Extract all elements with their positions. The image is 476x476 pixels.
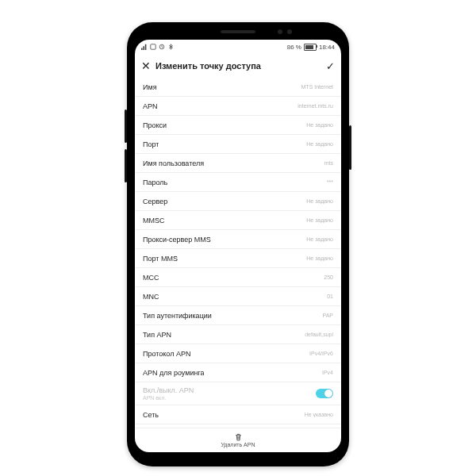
signal-icon — [141, 44, 148, 50]
setting-label: Сеть — [143, 411, 159, 419]
setting-label: Порт MMS — [143, 255, 178, 263]
phone-sensor — [287, 29, 292, 34]
status-bar: 86 % 18:44 — [135, 40, 341, 54]
setting-value: default,supl — [305, 332, 333, 337]
apn-enable-row[interactable]: Вкл./выкл. APNAPN вкл. — [135, 382, 341, 405]
setting-row[interactable]: Пароль*** — [135, 173, 341, 192]
phone-speaker — [221, 30, 255, 33]
setting-row[interactable]: MNC01 — [135, 287, 341, 306]
battery-icon — [304, 44, 317, 51]
setting-row[interactable]: Протокол APNIPv4/IPv6 — [135, 344, 341, 363]
setting-label: Порт — [143, 140, 159, 148]
setting-row[interactable]: APN для роумингаIPv4 — [135, 363, 341, 382]
setting-label: Сервер — [143, 198, 167, 205]
setting-row[interactable]: СерверНе задано — [135, 192, 341, 211]
setting-value: 01 — [327, 294, 333, 299]
setting-label: Прокси-сервер MMS — [143, 236, 211, 244]
header: ✕ Изменить точку доступа ✓ — [135, 54, 341, 78]
trash-icon — [234, 433, 243, 442]
clock: 18:44 — [319, 44, 335, 51]
setting-row[interactable]: MCC250 — [135, 268, 341, 287]
setting-row[interactable]: ИмяMTS Internet — [135, 78, 341, 97]
setting-value: Не задано — [306, 255, 333, 261]
setting-label: Тип APN — [143, 331, 171, 339]
confirm-icon[interactable]: ✓ — [326, 60, 335, 72]
close-icon[interactable]: ✕ — [141, 60, 151, 72]
nfc-icon — [150, 44, 156, 50]
page-title: Изменить точку доступа — [155, 61, 326, 71]
status-icons-left — [141, 44, 174, 50]
setting-row[interactable]: Прокси-сервер MMSНе задано — [135, 230, 341, 249]
setting-value: Не задано — [306, 141, 333, 147]
setting-value: Не задано — [306, 198, 333, 204]
setting-label: Тип аутентификации — [143, 312, 212, 320]
phone-frame: 86 % 18:44 ✕ Изменить точку доступа ✓ Им… — [127, 22, 349, 466]
setting-label: MMSC — [143, 217, 165, 225]
setting-row[interactable]: СетьНе указано — [135, 405, 341, 424]
setting-label: Имя — [143, 83, 157, 91]
setting-value: IPv4 — [322, 370, 333, 375]
power-button — [349, 125, 351, 170]
setting-label: Протокол APN — [143, 350, 190, 358]
setting-label: MNC — [143, 293, 159, 301]
setting-value: mts — [324, 160, 333, 166]
setting-value: Не задано — [306, 217, 333, 223]
svg-rect-0 — [151, 44, 155, 49]
setting-label: APN для роуминга — [143, 369, 204, 377]
setting-row[interactable]: MMSCНе задано — [135, 211, 341, 230]
setting-row[interactable]: APNinternet.mts.ru — [135, 97, 341, 116]
footer-label: Удалить APN — [221, 442, 255, 447]
setting-row[interactable]: Порт MMSНе задано — [135, 249, 341, 268]
setting-value: MTS Internet — [301, 84, 333, 90]
setting-label: Имя пользователя — [143, 159, 204, 167]
setting-value: Не задано — [306, 122, 333, 128]
setting-value: Не указано — [305, 412, 333, 417]
volume-down-button — [125, 149, 127, 182]
setting-value: PAP — [323, 313, 334, 318]
setting-value: IPv4/IPv6 — [309, 351, 333, 356]
battery-percent: 86 % — [287, 44, 301, 51]
setting-value: *** — [327, 179, 333, 185]
setting-row[interactable]: Тип аутентификацииPAP — [135, 306, 341, 325]
status-icons-right: 86 % 18:44 — [287, 44, 335, 51]
setting-row[interactable]: ПортНе задано — [135, 135, 341, 154]
setting-label: Пароль — [143, 178, 167, 186]
volume-up-button — [125, 109, 127, 143]
setting-label: Вкл./выкл. APN — [143, 386, 194, 394]
screen: 86 % 18:44 ✕ Изменить точку доступа ✓ Им… — [135, 40, 341, 452]
setting-value: internet.mts.ru — [298, 103, 333, 109]
setting-value: Не задано — [306, 236, 333, 242]
alarm-icon — [159, 44, 165, 50]
setting-row[interactable]: ПроксиНе задано — [135, 116, 341, 135]
bluetooth-icon — [167, 44, 174, 50]
setting-row[interactable]: Имя пользователяmts — [135, 154, 341, 173]
phone-sensor — [278, 29, 282, 34]
setting-sublabel: APN вкл. — [143, 395, 166, 401]
settings-list: ИмяMTS InternetAPNinternet.mts.ruПроксиН… — [135, 78, 341, 428]
setting-row[interactable]: Тип APNdefault,supl — [135, 325, 341, 344]
setting-label: MCC — [143, 274, 159, 282]
footer-delete-apn[interactable]: Удалить APN — [135, 428, 341, 452]
setting-value: 250 — [324, 274, 333, 280]
apn-toggle[interactable] — [316, 389, 333, 398]
setting-label: Прокси — [143, 121, 167, 129]
setting-label: APN — [143, 102, 158, 110]
